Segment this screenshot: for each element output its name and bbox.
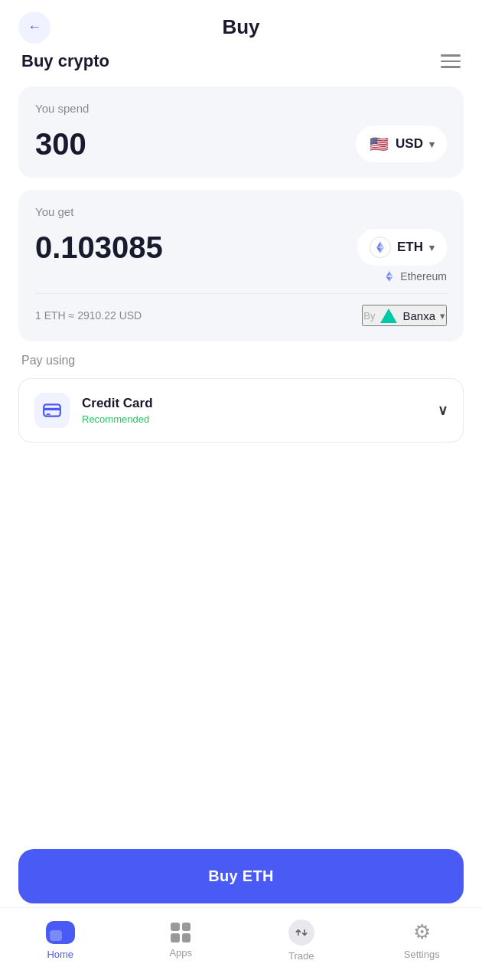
rate-row: 1 ETH ≈ 2910.22 USD By Banxa ▾ (35, 293, 447, 326)
svg-rect-12 (46, 413, 50, 415)
nav-label-trade: Trade (288, 950, 314, 962)
currency-chevron-icon: ▾ (429, 139, 435, 150)
page-title: Buy (222, 15, 259, 39)
usd-flag-icon: 🇺🇸 (368, 133, 389, 155)
provider-selector-button[interactable]: By Banxa ▾ (362, 305, 447, 326)
svg-marker-6 (389, 271, 392, 276)
spend-card: You spend 300 🇺🇸 USD ▾ (18, 87, 464, 178)
svg-marker-9 (386, 276, 389, 281)
provider-name: Banxa (402, 309, 435, 322)
settings-icon: ⚙ (413, 920, 431, 944)
home-screen-shape (50, 930, 62, 941)
credit-card-icon (34, 393, 70, 428)
nav-label-home: Home (47, 949, 73, 960)
get-card: You get 0.103085 ETH ▾ (18, 190, 464, 341)
payment-method-info: Credit Card Recommended (82, 396, 153, 425)
eth-sub-label-row: Ethereum (35, 270, 447, 283)
svg-marker-7 (386, 271, 389, 276)
payment-chevron-icon: ∨ (438, 402, 448, 419)
eth-icon (370, 237, 391, 258)
payment-recommended-badge: Recommended (82, 413, 153, 425)
svg-rect-11 (44, 408, 60, 410)
provider-chevron-icon: ▾ (440, 310, 445, 322)
nav-item-home[interactable]: Home (34, 921, 87, 960)
menu-line-2 (441, 60, 461, 63)
get-label: You get (35, 205, 447, 218)
trade-icon (288, 920, 314, 946)
main-content: Buy crypto You spend 300 🇺🇸 USD ▾ You ge… (0, 51, 482, 443)
spend-row: 300 🇺🇸 USD ▾ (35, 126, 447, 162)
spend-label: You spend (35, 102, 447, 115)
payment-method-card[interactable]: Credit Card Recommended ∨ (18, 378, 464, 443)
home-icon (46, 921, 75, 944)
eth-selector-button[interactable]: ETH ▾ (357, 229, 447, 266)
nav-item-settings[interactable]: ⚙ Settings (395, 920, 448, 960)
svg-marker-3 (376, 247, 380, 253)
get-currency-label: ETH (397, 240, 423, 255)
by-label: By (363, 310, 375, 322)
apps-dot-4 (182, 933, 191, 942)
banxa-triangle-icon (380, 309, 397, 323)
eth-chevron-icon: ▾ (429, 242, 435, 253)
nav-label-apps: Apps (169, 947, 192, 959)
banxa-logo (379, 306, 398, 325)
card-svg-icon (42, 400, 62, 420)
get-amount: 0.103085 (35, 230, 163, 265)
trade-svg-icon (294, 925, 309, 940)
section-title: Buy crypto (21, 51, 109, 71)
header: ← Buy (0, 0, 482, 51)
nav-label-settings: Settings (404, 949, 440, 960)
buy-button-container: Buy ETH (0, 849, 482, 903)
back-button[interactable]: ← (18, 11, 50, 44)
spend-amount: 300 (35, 127, 86, 162)
eth-sub-icon (383, 270, 396, 283)
payment-method-name: Credit Card (82, 396, 153, 411)
rate-text: 1 ETH ≈ 2910.22 USD (35, 309, 142, 322)
eth-full-name: Ethereum (400, 270, 447, 283)
menu-icon[interactable] (441, 54, 461, 68)
apps-dot-2 (182, 923, 191, 932)
apps-icon (171, 923, 191, 942)
apps-dot-1 (171, 923, 180, 932)
nav-item-apps[interactable]: Apps (154, 923, 207, 959)
menu-line-3 (441, 66, 461, 68)
payment-method-left: Credit Card Recommended (34, 393, 153, 428)
get-row: 0.103085 ETH ▾ (35, 229, 447, 266)
pay-using-label: Pay using (18, 354, 464, 368)
nav-item-trade[interactable]: Trade (275, 920, 328, 962)
menu-line-1 (441, 54, 461, 57)
apps-dot-3 (171, 933, 180, 942)
section-title-row: Buy crypto (18, 51, 464, 71)
svg-marker-2 (380, 247, 384, 253)
currency-selector-button[interactable]: 🇺🇸 USD ▾ (356, 126, 447, 162)
spend-currency-label: USD (396, 136, 423, 152)
buy-eth-button[interactable]: Buy ETH (18, 849, 464, 903)
bottom-nav: Home Apps Trade ⚙ Settings (0, 907, 482, 980)
svg-marker-8 (389, 276, 392, 281)
